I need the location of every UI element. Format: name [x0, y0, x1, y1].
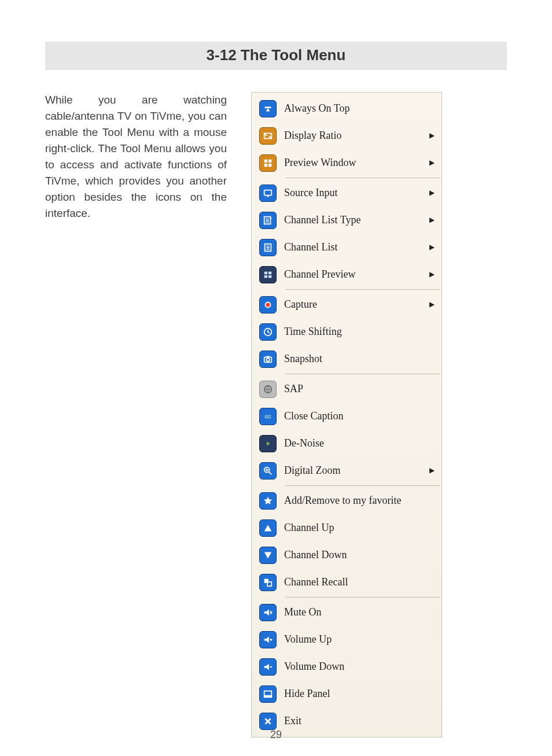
- svg-text:CC: CC: [265, 414, 271, 419]
- menu-item-source-input[interactable]: Source Input▶: [253, 179, 440, 206]
- svg-rect-5: [264, 190, 272, 195]
- menu-item-label: Capture: [283, 298, 426, 311]
- page: 3-12 The Tool Menu While you are watchin…: [0, 0, 552, 756]
- menu-item-label: Time Shifting: [283, 326, 435, 338]
- menu-item-volume-down[interactable]: Volume Down: [253, 653, 440, 680]
- icon-cell: [253, 435, 283, 452]
- menu-item-label: Add/Remove to my favorite: [283, 495, 435, 507]
- menu-item-time-shifting[interactable]: Time Shifting: [253, 318, 440, 345]
- icon-cell: [253, 604, 283, 621]
- menu-item-label: Always On Top: [283, 102, 435, 115]
- menu-item-label: Volume Up: [283, 633, 435, 646]
- menu-item-label: Digital Zoom: [283, 464, 426, 477]
- menu-item-channel-list-type[interactable]: Channel List Type▶: [253, 206, 440, 234]
- menu-item-channel-recall[interactable]: Channel Recall: [253, 569, 440, 596]
- svg-rect-11: [264, 275, 267, 278]
- pin-down-icon: [259, 100, 277, 117]
- submenu-arrow-icon: ▶: [426, 466, 435, 475]
- icon-cell: [253, 713, 283, 730]
- monitor-icon: [259, 185, 277, 202]
- intro-text: While you are watching cable/antenna TV …: [45, 92, 227, 222]
- menu-item-label: Preview Window: [283, 157, 426, 169]
- menu-item-hide-panel[interactable]: Hide Panel: [253, 680, 440, 707]
- svg-rect-4: [268, 163, 271, 166]
- icon-cell: [253, 100, 283, 117]
- menu-item-label: Exit: [283, 715, 435, 727]
- volume-up-icon: [259, 631, 277, 648]
- menu-item-preview-window[interactable]: Preview Window▶: [253, 149, 440, 176]
- icon-cell: [253, 127, 283, 145]
- submenu-arrow-icon: ▶: [426, 216, 435, 224]
- menu-item-label: De-Noise: [283, 437, 435, 449]
- menu-item-snapshot[interactable]: Snapshot: [253, 345, 440, 373]
- content-row: While you are watching cable/antenna TV …: [45, 92, 507, 737]
- icon-cell: [253, 658, 283, 676]
- menu-item-display-ratio[interactable]: Display Ratio▶: [253, 122, 440, 149]
- menu-item-always-on-top[interactable]: Always On Top: [253, 95, 440, 122]
- zoom-icon: [259, 462, 277, 480]
- preview-grid-icon: [259, 266, 277, 283]
- icon-cell: [253, 351, 283, 368]
- menu-item-label: Mute On: [283, 606, 435, 618]
- menu-item-add-remove-favorite[interactable]: Add/Remove to my favorite: [253, 487, 440, 514]
- close-icon: [259, 713, 277, 730]
- menu-item-label: Display Ratio: [283, 130, 426, 142]
- icon-cell: [253, 239, 283, 256]
- menu-item-channel-down[interactable]: Channel Down: [253, 541, 440, 569]
- menu-item-channel-list[interactable]: Channel List▶: [253, 234, 440, 261]
- svg-rect-1: [264, 159, 267, 162]
- clock-icon: [259, 323, 277, 341]
- globe-icon: [259, 381, 277, 398]
- icon-cell: [253, 185, 283, 202]
- camera-icon: [259, 351, 277, 368]
- icon-cell: [253, 631, 283, 648]
- menu-item-label: Channel Recall: [283, 576, 435, 588]
- menu-item-capture[interactable]: Capture▶: [253, 291, 440, 318]
- menu-separator: [285, 289, 440, 290]
- icon-cell: [253, 462, 283, 480]
- ratio-icon: [259, 127, 277, 145]
- svg-rect-12: [268, 275, 271, 278]
- tool-menu[interactable]: Always On TopDisplay Ratio▶Preview Windo…: [251, 92, 442, 737]
- recall-icon: [259, 574, 277, 591]
- submenu-arrow-icon: ▶: [426, 158, 435, 167]
- svg-rect-17: [266, 356, 269, 357]
- menu-item-channel-preview[interactable]: Channel Preview▶: [253, 261, 440, 288]
- list-icon: [259, 239, 277, 256]
- icon-cell: [253, 685, 283, 703]
- menu-item-channel-up[interactable]: Channel Up: [253, 514, 440, 541]
- icon-cell: [253, 519, 283, 537]
- mute-icon: [259, 604, 277, 621]
- menu-item-sap[interactable]: SAP: [253, 375, 440, 403]
- submenu-arrow-icon: ▶: [426, 189, 435, 197]
- submenu-arrow-icon: ▶: [426, 270, 435, 279]
- menu-item-close-caption[interactable]: CCClose Caption: [253, 403, 440, 430]
- icon-cell: [253, 323, 283, 341]
- menu-item-de-noise[interactable]: De-Noise: [253, 430, 440, 457]
- icon-cell: [253, 212, 283, 229]
- icon-cell: [253, 266, 283, 283]
- cc-icon: CC: [259, 408, 277, 425]
- panel-icon: [259, 685, 277, 703]
- icon-cell: [253, 296, 283, 314]
- record-icon: [259, 296, 277, 314]
- submenu-arrow-icon: ▶: [426, 243, 435, 252]
- menu-separator: [285, 178, 440, 178]
- icon-cell: [253, 154, 283, 172]
- list-type-icon: [259, 212, 277, 229]
- menu-item-label: Channel Down: [283, 549, 435, 561]
- section-title: 3-12 The Tool Menu: [45, 42, 507, 70]
- menu-item-volume-up[interactable]: Volume Up: [253, 626, 440, 653]
- svg-rect-3: [264, 163, 267, 166]
- menu-item-label: Channel Preview: [283, 268, 426, 281]
- menu-item-digital-zoom[interactable]: Digital Zoom▶: [253, 457, 440, 484]
- svg-rect-26: [264, 695, 272, 697]
- svg-rect-6: [267, 196, 269, 197]
- svg-point-13: [266, 302, 271, 307]
- menu-item-label: Channel Up: [283, 522, 435, 534]
- icon-cell: [253, 574, 283, 591]
- menu-item-label: Channel List: [283, 241, 426, 253]
- page-number: 29: [0, 729, 552, 741]
- menu-item-mute-on[interactable]: Mute On: [253, 599, 440, 626]
- svg-rect-9: [264, 271, 267, 274]
